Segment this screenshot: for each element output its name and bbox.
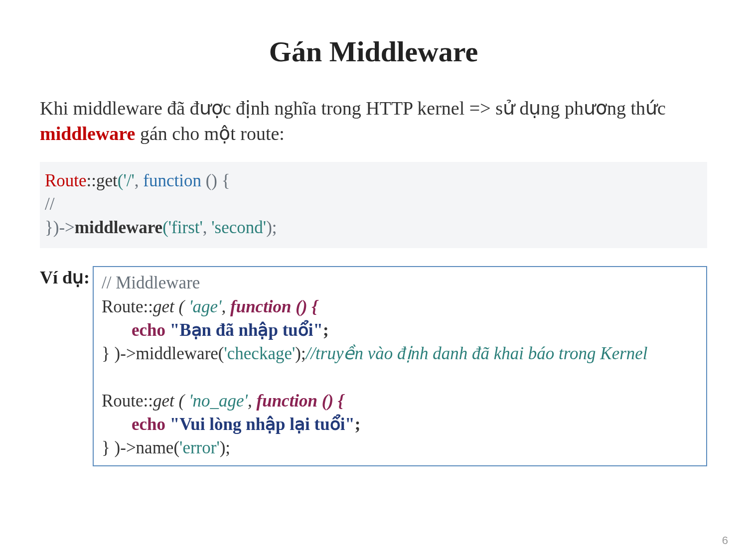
tok-comment: // bbox=[45, 194, 54, 214]
ex-r1-comma: , bbox=[222, 297, 231, 316]
tok-arg2: 'second' bbox=[211, 218, 266, 237]
slide-title: Gán Middleware bbox=[40, 35, 707, 68]
tok-comma2: , bbox=[203, 218, 212, 237]
ex-r1-semi: ; bbox=[323, 320, 329, 340]
ex-r2-err: 'error' bbox=[179, 438, 220, 457]
ex-line-r1b: echo "Bạn đã nhập tuổi"; bbox=[102, 318, 698, 342]
ex-r2-echo: echo bbox=[132, 415, 170, 434]
page-number: 6 bbox=[722, 534, 728, 547]
ex-r1-arg: 'age' bbox=[189, 297, 222, 316]
intro-text-1: Khi middleware đã được định nghĩa trong … bbox=[40, 98, 666, 119]
tok-end: ); bbox=[266, 218, 277, 237]
tok-rest: () { bbox=[206, 171, 230, 190]
tok-get: ::get bbox=[87, 171, 118, 190]
code-block-general: Route::get('/', function () { // })->mid… bbox=[40, 162, 707, 249]
ex-r2-close: } )->name( bbox=[102, 438, 179, 457]
ex-r2-str: "Vui lòng nhập lại tuổi" bbox=[170, 415, 355, 434]
tok-comma: , bbox=[135, 171, 144, 190]
tok-func: function bbox=[143, 171, 205, 190]
ex-r1-close: } )->middleware( bbox=[102, 344, 224, 363]
ex-r2-semi: ; bbox=[355, 415, 361, 434]
example-label: Ví dụ: bbox=[40, 266, 93, 288]
ex-line-r2a: Route::get ( 'no_age', function () { bbox=[102, 389, 698, 413]
intro-paragraph: Khi middleware đã được định nghĩa trong … bbox=[40, 96, 707, 147]
ex-r2-get: get ( bbox=[153, 391, 189, 411]
tok-mw: middleware bbox=[75, 218, 162, 237]
ex-line-r2b: echo "Vui lòng nhập lại tuổi"; bbox=[102, 413, 698, 436]
tok-open2: ( bbox=[162, 218, 168, 237]
code-line-2: // bbox=[45, 192, 702, 216]
tok-arg1: 'first' bbox=[168, 218, 203, 237]
ex-line-comment: // Middleware bbox=[102, 271, 698, 294]
ex-r2-arg: 'no_age' bbox=[189, 391, 248, 411]
tok-str: '/' bbox=[123, 171, 134, 190]
ex-r2-comma: , bbox=[248, 391, 257, 411]
tok-close: })-> bbox=[45, 218, 75, 237]
ex-r1-check: 'checkage' bbox=[224, 344, 295, 363]
ex-r1-str: "Bạn đã nhập tuổi" bbox=[170, 320, 323, 340]
code-line-3: })->middleware('first', 'second'); bbox=[45, 216, 702, 239]
tok-open: ( bbox=[118, 171, 124, 190]
slide: Gán Middleware Khi middleware đã được đị… bbox=[0, 0, 747, 560]
ex-r1-end: ); bbox=[295, 344, 305, 363]
keyword-middleware: middleware bbox=[40, 123, 135, 144]
code-line-1: Route::get('/', function () { bbox=[45, 169, 702, 192]
ex-r1-route: Route:: bbox=[102, 297, 153, 316]
ex-r2-route: Route:: bbox=[102, 391, 153, 411]
example-code-box: // Middleware Route::get ( 'age', functi… bbox=[93, 266, 707, 466]
intro-text-2: gán cho một route: bbox=[135, 123, 284, 144]
ex-line-r2c: } )->name('error'); bbox=[102, 436, 698, 459]
ex-r2-func: function () { bbox=[257, 391, 344, 411]
ex-r2-end: ); bbox=[220, 438, 230, 457]
ex-line-r1c: } )->middleware('checkage');//truyền vào… bbox=[102, 342, 698, 365]
ex-comment-1: // Middleware bbox=[102, 273, 200, 292]
ex-blank bbox=[102, 365, 698, 389]
ex-r1-get: get ( bbox=[153, 297, 189, 316]
ex-line-r1a: Route::get ( 'age', function () { bbox=[102, 295, 698, 318]
ex-r1-comment-a: //truyền vào định danh đã khai báo trong… bbox=[306, 344, 648, 363]
ex-r1-echo: echo bbox=[132, 320, 170, 340]
tok-route: Route bbox=[45, 171, 87, 190]
ex-r1-func: function () { bbox=[230, 297, 318, 316]
example-row: Ví dụ: // Middleware Route::get ( 'age',… bbox=[40, 266, 707, 466]
